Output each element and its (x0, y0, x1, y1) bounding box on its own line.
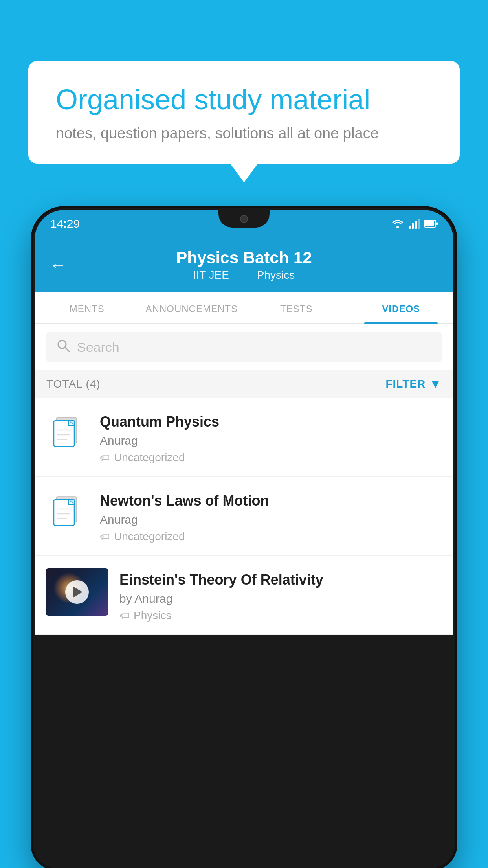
video-tag: 🏷 Uncategorized (100, 451, 442, 464)
promo-section: Organised study material notes, question… (28, 61, 460, 164)
video-author: Anurag (100, 434, 442, 447)
video-tag: 🏷 Physics (119, 609, 442, 622)
bubble-title: Organised study material (56, 83, 432, 116)
header-subtitle-sep (238, 269, 248, 281)
battery-icon (424, 219, 438, 228)
filter-icon: ▼ (429, 377, 442, 391)
tab-announcements[interactable]: ANNOUNCEMENTS (139, 292, 244, 323)
filter-button[interactable]: FILTER ▼ (385, 377, 442, 391)
signal-icon (409, 219, 420, 229)
svg-point-0 (396, 226, 399, 228)
bubble-subtitle: notes, question papers, solutions all at… (56, 125, 432, 142)
video-author: Anurag (100, 513, 442, 526)
list-item[interactable]: Quantum Physics Anurag 🏷 Uncategorized (35, 398, 453, 477)
video-title: Quantum Physics (100, 414, 442, 430)
list-item[interactable]: Einstein's Theory Of Relativity by Anura… (35, 556, 453, 635)
video-title: Newton's Laws of Motion (100, 493, 442, 509)
svg-rect-2 (412, 223, 414, 229)
list-item[interactable]: Newton's Laws of Motion Anurag 🏷 Uncateg… (35, 477, 453, 556)
play-icon (73, 587, 83, 598)
svg-rect-3 (415, 221, 417, 229)
header-subtitle-1: IIT JEE (193, 269, 229, 281)
tab-tests[interactable]: TESTS (244, 292, 349, 323)
video-info: Newton's Laws of Motion Anurag 🏷 Uncateg… (100, 489, 442, 543)
svg-rect-4 (418, 219, 420, 229)
video-info: Quantum Physics Anurag 🏷 Uncategorized (100, 410, 442, 464)
video-list: Quantum Physics Anurag 🏷 Uncategorized (35, 398, 453, 635)
notch (218, 210, 270, 228)
wifi-icon (391, 219, 404, 229)
tag-icon: 🏷 (100, 452, 110, 464)
status-icons (391, 219, 438, 229)
video-info: Einstein's Theory Of Relativity by Anura… (119, 568, 442, 622)
svg-rect-7 (436, 222, 438, 225)
svg-line-9 (65, 348, 69, 351)
search-container: Search (35, 324, 453, 370)
video-tag: 🏷 Uncategorized (100, 530, 442, 543)
svg-rect-11 (54, 421, 74, 447)
video-author: by Anurag (119, 592, 442, 605)
svg-rect-1 (409, 226, 411, 229)
video-title: Einstein's Theory Of Relativity (119, 572, 442, 588)
tag-label: Uncategorized (114, 451, 185, 464)
header-subtitle-2: Physics (257, 269, 295, 281)
search-icon (57, 339, 70, 355)
phone-screen: 14:29 (35, 210, 453, 866)
search-input[interactable]: Search (77, 340, 119, 355)
filter-label: FILTER (385, 378, 426, 390)
file-icon (46, 489, 89, 533)
tabs-bar: MENTS ANNOUNCEMENTS TESTS VIDEOS (35, 292, 453, 324)
video-thumbnail (46, 568, 108, 616)
phone-frame: 14:29 (33, 208, 455, 868)
header-title: Physics Batch 12 (176, 248, 312, 267)
search-bar[interactable]: Search (46, 332, 442, 362)
tab-videos[interactable]: VIDEOS (349, 292, 454, 323)
speech-bubble: Organised study material notes, question… (28, 61, 460, 164)
svg-rect-16 (54, 500, 74, 526)
total-count: TOTAL (4) (46, 378, 101, 390)
tag-icon: 🏷 (119, 610, 130, 622)
play-button[interactable] (65, 580, 89, 604)
svg-rect-6 (425, 221, 434, 226)
app-header: ← Physics Batch 12 IIT JEE Physics (35, 237, 453, 292)
tag-icon: 🏷 (100, 531, 110, 543)
header-subtitle: IIT JEE Physics (190, 269, 298, 281)
back-button[interactable]: ← (50, 255, 67, 275)
filter-bar: TOTAL (4) FILTER ▼ (35, 370, 453, 398)
status-time: 14:29 (50, 217, 80, 230)
file-icon (46, 410, 89, 454)
tag-label: Uncategorized (114, 530, 185, 543)
tab-ments[interactable]: MENTS (35, 292, 139, 323)
camera (240, 215, 248, 223)
tag-label: Physics (134, 609, 171, 622)
status-bar: 14:29 (35, 210, 453, 237)
